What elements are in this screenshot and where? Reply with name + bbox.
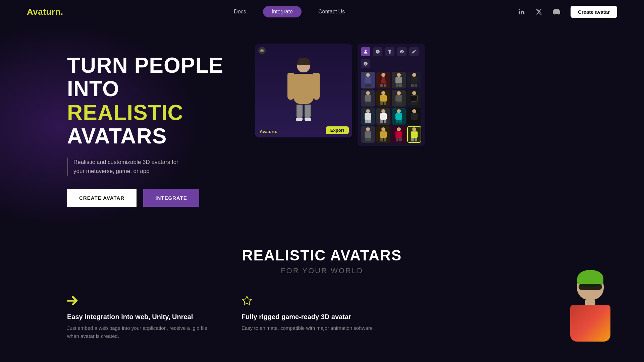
brand-logo[interactable]: Avaturn. bbox=[27, 7, 63, 17]
outfit-item[interactable] bbox=[407, 90, 421, 107]
create-avatar-hero-button[interactable]: CREATE AVATAR bbox=[67, 189, 137, 207]
outfit-item[interactable] bbox=[376, 90, 390, 107]
avatar-hair bbox=[298, 58, 310, 65]
tool-eye-icon[interactable] bbox=[397, 47, 407, 56]
outfit-item[interactable] bbox=[376, 108, 390, 125]
avatar-foot-left bbox=[296, 118, 303, 121]
svg-point-0 bbox=[519, 9, 520, 10]
feature-desc-rigged: Easy to animate, compatible with major a… bbox=[241, 324, 373, 332]
avatar-head bbox=[297, 60, 310, 72]
feature-title-rigged: Fully rigged game-ready 3D avatar bbox=[241, 313, 373, 321]
navbar: Avaturn. Docs Integrate Contact Us Creat… bbox=[0, 0, 644, 23]
tool-info-icon[interactable] bbox=[361, 59, 370, 68]
hero-buttons: CREATE AVATAR INTEGRATE bbox=[67, 189, 235, 207]
hero-subtitle: Realistic and customizable 3D avatars fo… bbox=[67, 158, 181, 176]
avatar-leg-left bbox=[297, 105, 303, 118]
avatar-leg-right bbox=[305, 105, 311, 118]
avatar-legs bbox=[297, 105, 311, 118]
lower-section: REALISTIC AVATARS FOR YOUR WORLD Easy in… bbox=[0, 227, 644, 360]
hero-section: TURN PEOPLE INTO REALISTIC AVATARS Reali… bbox=[0, 23, 644, 227]
outfit-item[interactable] bbox=[407, 108, 421, 125]
outfit-item[interactable] bbox=[407, 72, 421, 88]
tool-shirt-icon[interactable] bbox=[385, 47, 394, 56]
outfit-item[interactable] bbox=[376, 72, 390, 88]
customizer-toolbar bbox=[361, 47, 421, 68]
floating-avatar-neck bbox=[585, 300, 595, 305]
avatar-watermark: Avaturn. bbox=[260, 129, 277, 134]
twitter-icon[interactable] bbox=[533, 6, 545, 18]
avatar-coat-right bbox=[313, 73, 320, 100]
hero-text: TURN PEOPLE INTO REALISTIC AVATARS Reali… bbox=[67, 44, 235, 207]
nav-integrate[interactable]: Integrate bbox=[263, 6, 302, 17]
outfit-item[interactable] bbox=[361, 108, 375, 125]
avatar-coat-left bbox=[287, 73, 294, 100]
section-subtitle: FOR YOUR WORLD bbox=[67, 266, 577, 275]
svg-marker-2 bbox=[243, 296, 252, 305]
avatar-foot-right bbox=[305, 118, 311, 121]
hero-title: TURN PEOPLE INTO REALISTIC AVATARS bbox=[67, 54, 235, 148]
avatar-feet bbox=[296, 118, 311, 121]
outfit-item[interactable] bbox=[361, 72, 375, 88]
avatar-canvas: Avaturn. Export bbox=[255, 44, 352, 137]
integrate-button[interactable]: INTEGRATE bbox=[143, 189, 199, 207]
outfit-item[interactable] bbox=[392, 90, 406, 107]
tool-body-icon[interactable] bbox=[361, 47, 370, 56]
outfit-item[interactable] bbox=[361, 90, 375, 107]
export-button[interactable]: Export bbox=[326, 126, 349, 134]
feature-title-integration: Easy integration into web, Unity, Unreal bbox=[67, 313, 208, 321]
outfit-item[interactable] bbox=[392, 108, 406, 125]
tool-edit-icon[interactable] bbox=[409, 47, 419, 56]
linkedin-icon[interactable] bbox=[516, 6, 528, 18]
nav-contact[interactable]: Contact Us bbox=[318, 9, 345, 15]
integration-icon bbox=[67, 295, 208, 308]
avatar-figure bbox=[293, 60, 314, 121]
avatar-body bbox=[293, 74, 314, 104]
nav-links: Docs Integrate Contact Us bbox=[234, 6, 345, 17]
outfit-item[interactable] bbox=[392, 126, 406, 143]
avatar-section: Avaturn. Export bbox=[255, 44, 425, 146]
rigged-icon bbox=[241, 295, 373, 308]
feature-item-integration: Easy integration into web, Unity, Unreal… bbox=[67, 295, 208, 340]
customizer-grid bbox=[361, 72, 421, 143]
create-avatar-nav-button[interactable]: Create avatar bbox=[571, 6, 617, 18]
floating-avatar bbox=[564, 273, 617, 354]
tool-color-icon[interactable] bbox=[373, 47, 382, 56]
customizer-panel bbox=[358, 44, 425, 146]
nav-docs[interactable]: Docs bbox=[234, 9, 246, 15]
floating-avatar-head bbox=[577, 273, 604, 300]
outfit-item[interactable] bbox=[376, 126, 390, 143]
section-title: REALISTIC AVATARS bbox=[67, 247, 577, 264]
outfit-item[interactable] bbox=[392, 72, 406, 88]
feature-item-rigged: Fully rigged game-ready 3D avatar Easy t… bbox=[241, 295, 373, 340]
features-row: Easy integration into web, Unity, Unreal… bbox=[67, 295, 577, 340]
outfit-item[interactable] bbox=[361, 126, 375, 143]
social-icons bbox=[516, 6, 562, 18]
floating-avatar-glasses bbox=[579, 284, 602, 290]
floating-avatar-body bbox=[570, 305, 610, 342]
feature-desc-integration: Just embed a web page into your applicat… bbox=[67, 324, 208, 340]
discord-icon[interactable] bbox=[550, 6, 562, 18]
outfit-item-selected[interactable] bbox=[407, 126, 421, 143]
nav-right: Create avatar bbox=[516, 6, 617, 18]
avatar-canvas-inner bbox=[255, 44, 352, 137]
